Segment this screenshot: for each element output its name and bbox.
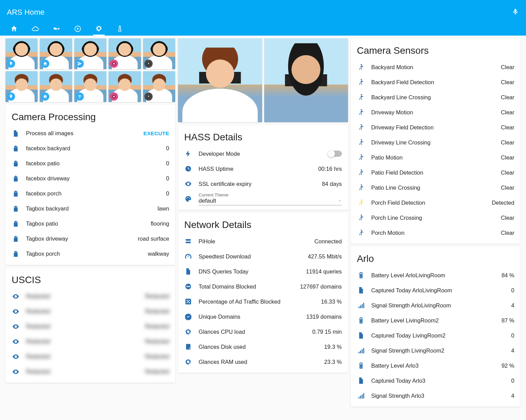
list-item[interactable]: facebox backyard0 xyxy=(12,141,169,156)
list-item[interactable]: Glances Disk used19.3 % xyxy=(184,339,342,354)
palette-icon xyxy=(184,195,192,203)
percent-icon xyxy=(184,297,192,306)
person-thumb[interactable] xyxy=(40,38,72,69)
item-value: Clear xyxy=(501,154,514,161)
walk-icon xyxy=(357,199,365,207)
person-thumb[interactable] xyxy=(74,38,106,69)
list-item[interactable]: Driveway Field DetectionClear xyxy=(357,120,514,135)
item-value: 92 % xyxy=(501,362,514,369)
execute-button[interactable]: EXECUTE xyxy=(143,130,169,137)
person-thumb[interactable] xyxy=(40,71,72,102)
list-item[interactable]: Signal Strength ArloLivingRoom4 xyxy=(357,298,514,313)
list-item[interactable]: Backyard Field DetectionClear xyxy=(357,75,514,90)
clip-icon xyxy=(12,235,20,243)
list-item[interactable]: RedactedRedacted xyxy=(12,289,169,304)
list-item[interactable]: Tagbox porchwalkway xyxy=(12,246,169,262)
list-item[interactable]: Patio Field DetectionClear xyxy=(357,165,514,180)
list-item[interactable]: Battery Level ArloLivingRoom84 % xyxy=(357,268,514,283)
item-label: facebox backyard xyxy=(26,145,160,152)
list-item[interactable]: RedactedRedacted xyxy=(12,319,169,334)
list-item[interactable]: facebox patio0 xyxy=(12,156,169,171)
item-label: Patio Line Crossing xyxy=(371,184,495,191)
list-item[interactable]: Signal Strength Arlo34 xyxy=(357,388,514,403)
list-item[interactable]: RedactedRedacted xyxy=(12,304,169,319)
list-item[interactable]: Signal Strength LivingRoom24 xyxy=(357,343,514,358)
theme-select[interactable]: Current Theme default xyxy=(198,192,342,205)
item-label: Captured Today LivingRoom2 xyxy=(371,332,505,339)
item-label: Driveway Field Detection xyxy=(371,124,495,131)
list-item[interactable]: Unique Domains1319 domains xyxy=(184,309,342,324)
list-item[interactable]: Patio Line CrossingClear xyxy=(357,180,514,195)
item-label: Glances CPU load xyxy=(198,329,306,335)
list-item[interactable]: Glances RAM used23.3 % xyxy=(184,354,342,369)
walk-icon xyxy=(357,93,365,101)
list-item[interactable]: facebox driveway0 xyxy=(12,171,169,186)
item-value: 0 xyxy=(166,190,169,197)
list-item[interactable]: RedactedRedacted xyxy=(12,364,169,379)
pin-icon xyxy=(7,92,15,101)
list-item[interactable]: Process all imagesEXECUTE xyxy=(12,126,169,141)
person-thumb[interactable] xyxy=(5,71,38,102)
item-value: 1319 domains xyxy=(306,314,342,320)
person-thumb[interactable] xyxy=(143,38,175,69)
list-item[interactable]: Glances CPU load0.79 15 min xyxy=(184,324,342,339)
dev-mode-toggle[interactable] xyxy=(328,151,342,157)
person-thumb[interactable] xyxy=(108,71,141,102)
walk-icon xyxy=(357,229,365,237)
mic-button[interactable] xyxy=(512,8,519,17)
list-item[interactable]: Battery Level LivingRoom287 % xyxy=(357,313,514,328)
list-item[interactable]: RedactedRedacted xyxy=(12,334,169,349)
list-item[interactable]: Backyard Line CrossingClear xyxy=(357,90,514,105)
item-label: Speedtest Download xyxy=(198,253,302,260)
person-thumb[interactable] xyxy=(5,38,38,69)
walk-icon xyxy=(357,168,365,177)
list-item[interactable]: Tagbox backyardlawn xyxy=(12,201,169,216)
person-large-2[interactable] xyxy=(264,38,348,122)
tab-cloud[interactable] xyxy=(29,22,41,36)
person-large-1[interactable] xyxy=(178,38,262,122)
item-value: 4 xyxy=(511,393,514,399)
item-label: Porch Motion xyxy=(371,230,495,236)
list-item[interactable]: Speedtest Download427.55 Mbit/s xyxy=(184,249,342,264)
list-item[interactable]: Percentage of Ad Traffic Blocked16.33 % xyxy=(184,294,342,309)
list-item[interactable]: Porch Field DetectionDetected xyxy=(357,195,514,210)
item-label: Backyard Line Crossing xyxy=(371,94,495,101)
list-item[interactable]: PiHoleConnected xyxy=(184,234,342,249)
item-value: Redacted xyxy=(145,293,169,300)
list-item[interactable]: Captured Today LivingRoom20 xyxy=(357,328,514,343)
list-item[interactable]: Total Domains Blocked127697 domains xyxy=(184,279,342,294)
list-item[interactable]: facebox porch0 xyxy=(12,186,169,201)
tab-home[interactable] xyxy=(8,22,20,36)
list-item[interactable]: Patio MotionClear xyxy=(357,150,514,165)
person-tracker-thumbs xyxy=(5,38,175,102)
list-item[interactable]: Backyard MotionClear xyxy=(357,60,514,75)
item-label: Percentage of Ad Traffic Blocked xyxy=(198,298,315,305)
uptime-value: 00:16 hrs xyxy=(318,166,342,172)
list-item[interactable]: Driveway Line CrossingClear xyxy=(357,135,514,150)
list-item[interactable]: Porch MotionClear xyxy=(357,225,514,240)
clip-icon xyxy=(12,205,20,213)
list-item[interactable]: Porch Line CrossingClear xyxy=(357,210,514,225)
list-item[interactable]: Captured Today Arlo30 xyxy=(357,373,514,388)
network-details-card: Network Details PiHoleConnectedSpeedtest… xyxy=(178,213,348,373)
person-thumb[interactable] xyxy=(143,71,175,102)
item-label: Signal Strength LivingRoom2 xyxy=(371,347,505,354)
verified-icon xyxy=(184,313,192,321)
list-item[interactable]: Tagbox patioflooring xyxy=(12,216,169,231)
tab-camera[interactable] xyxy=(51,22,62,36)
list-item[interactable]: Battery Level Arlo392 % xyxy=(357,358,514,373)
clock-icon xyxy=(184,165,192,173)
batt-icon xyxy=(357,316,365,324)
person-thumb[interactable] xyxy=(108,38,141,69)
tab-settings[interactable] xyxy=(93,22,105,36)
list-item[interactable]: DNS Queries Today11914 queries xyxy=(184,264,342,279)
tab-thermo[interactable] xyxy=(114,22,126,36)
item-value: 16.33 % xyxy=(321,298,342,305)
item-icon xyxy=(12,338,20,346)
person-thumb[interactable] xyxy=(74,71,106,102)
list-item[interactable]: Captured Today ArloLivingRoom0 xyxy=(357,283,514,298)
tab-play[interactable] xyxy=(72,22,84,36)
list-item[interactable]: RedactedRedacted xyxy=(12,349,169,364)
list-item[interactable]: Tagbox drivewayroad surface xyxy=(12,231,169,246)
list-item[interactable]: Driveway MotionClear xyxy=(357,105,514,120)
